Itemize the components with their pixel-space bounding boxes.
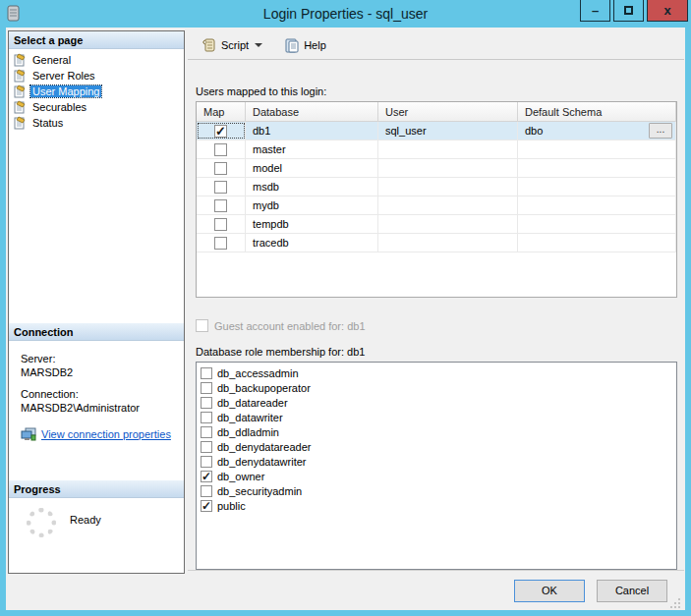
table-row-db1[interactable]: db1 sql_user dbo ... — [197, 122, 676, 140]
map-checkbox[interactable] — [214, 162, 227, 175]
default-schema-cell[interactable] — [518, 140, 676, 158]
role-checkbox[interactable] — [201, 485, 212, 497]
connection-properties-icon — [21, 427, 36, 441]
list-item-db-backupoperator[interactable]: db_backupoperator — [201, 380, 676, 395]
progress-header: Progress — [9, 480, 184, 498]
table-row-mydb[interactable]: mydb — [197, 196, 676, 215]
user-cell[interactable] — [378, 234, 518, 252]
role-checkbox[interactable] — [201, 426, 212, 438]
list-item-db-accessadmin[interactable]: db_accessadmin — [201, 365, 676, 380]
sidebar-item-server-roles[interactable]: Server Roles — [9, 68, 184, 84]
default-schema-cell[interactable] — [518, 234, 676, 252]
progress-spinner-icon — [27, 508, 56, 537]
sidebar-item-user-mapping[interactable]: User Mapping — [9, 84, 184, 99]
user-cell[interactable]: sql_user — [378, 122, 518, 140]
map-checkbox[interactable] — [214, 181, 227, 194]
role-name: db_owner — [217, 471, 264, 482]
default-schema-cell[interactable] — [518, 178, 676, 196]
map-checkbox[interactable] — [214, 218, 227, 231]
connection-label: Connection: — [21, 388, 184, 400]
list-item-db-owner[interactable]: db_owner — [201, 469, 676, 483]
maximize-button[interactable] — [613, 0, 644, 22]
column-header-default-schema[interactable]: Default Schema — [518, 102, 676, 121]
script-button[interactable]: Script — [196, 33, 268, 57]
connection-header: Connection — [9, 323, 184, 341]
role-checkbox[interactable] — [201, 382, 212, 394]
table-row-tempdb[interactable]: tempdb — [197, 215, 676, 234]
map-checkbox[interactable] — [214, 237, 227, 250]
role-checkbox[interactable] — [201, 441, 212, 453]
database-cell[interactable]: db1 — [246, 122, 378, 140]
default-schema-cell[interactable]: dbo ... — [518, 122, 676, 140]
column-header-database[interactable]: Database — [246, 102, 378, 121]
database-cell[interactable]: tempdb — [246, 215, 378, 233]
main-panel: Script Help Users mapped to this — [188, 30, 684, 571]
ok-button[interactable]: OK — [514, 580, 585, 602]
close-button[interactable]: x — [647, 0, 688, 22]
database-cell[interactable]: msdb — [246, 178, 378, 196]
database-cell[interactable]: mydb — [246, 196, 378, 214]
role-checkbox[interactable] — [201, 397, 212, 409]
role-name: db_datareader — [217, 397, 288, 409]
default-schema-cell[interactable] — [518, 159, 676, 177]
select-page-header: Select a page — [9, 31, 184, 49]
user-cell[interactable] — [378, 140, 518, 158]
role-name: db_backupoperator — [217, 382, 311, 394]
sidebar-item-securables[interactable]: Securables — [9, 99, 184, 115]
minimize-button[interactable]: – — [580, 0, 610, 22]
map-checkbox[interactable] — [214, 125, 227, 138]
list-item-db-datawriter[interactable]: db_datawriter — [201, 410, 676, 424]
role-name: db_denydatareader — [217, 441, 311, 453]
list-item-db-ddladmin[interactable]: db_ddladmin — [201, 424, 676, 439]
table-row-model[interactable]: model — [197, 159, 676, 178]
sidebar-item-label: Server Roles — [30, 70, 97, 82]
sidebar-item-status[interactable]: Status — [9, 115, 184, 131]
resize-grip[interactable] — [669, 597, 681, 609]
schema-value: dbo — [525, 125, 543, 137]
database-cell[interactable]: tracedb — [246, 234, 378, 252]
default-schema-cell[interactable] — [518, 215, 676, 233]
table-row-tracedb[interactable]: tracedb — [197, 234, 676, 252]
list-item-db-denydatawriter[interactable]: db_denydatawriter — [201, 454, 676, 469]
column-header-map[interactable]: Map — [197, 102, 246, 121]
sidebar-item-label: Securables — [30, 101, 88, 113]
database-cell[interactable]: master — [246, 140, 378, 158]
guest-account-row: Guest account enabled for: db1 — [196, 319, 677, 332]
user-cell[interactable] — [378, 215, 518, 233]
role-name: db_ddladmin — [217, 426, 279, 438]
table-row-master[interactable]: master — [197, 140, 676, 159]
list-item-db-securityadmin[interactable]: db_securityadmin — [201, 483, 676, 498]
list-item-db-datareader[interactable]: db_datareader — [201, 395, 676, 410]
sidebar-item-general[interactable]: General — [9, 52, 184, 68]
title-bar[interactable]: Login Properties - sql_user – x — [0, 0, 691, 28]
users-mapped-label: Users mapped to this login: — [196, 85, 677, 97]
role-checkbox[interactable] — [201, 456, 212, 468]
role-checkbox[interactable] — [201, 412, 212, 423]
column-header-user[interactable]: User — [378, 102, 518, 121]
table-row-msdb[interactable]: msdb — [197, 178, 676, 196]
role-checkbox[interactable] — [201, 500, 212, 512]
view-connection-properties-link[interactable]: View connection properties — [41, 428, 171, 440]
help-button-label: Help — [304, 39, 326, 51]
browse-schema-button[interactable]: ... — [649, 123, 672, 139]
role-checkbox[interactable] — [201, 471, 212, 482]
user-mapping-content: Users mapped to this login: Map Database… — [188, 60, 684, 570]
default-schema-cell[interactable] — [518, 196, 676, 214]
role-name: db_accessadmin — [217, 367, 299, 379]
user-cell[interactable] — [378, 178, 518, 196]
map-checkbox[interactable] — [214, 199, 227, 212]
database-roles-list: db_accessadmin db_backupoperator db_data… — [196, 362, 677, 570]
cancel-button[interactable]: Cancel — [597, 580, 667, 602]
user-cell[interactable] — [378, 196, 518, 214]
page-icon — [13, 100, 27, 114]
page-icon — [13, 116, 27, 130]
help-button[interactable]: Help — [278, 33, 332, 57]
list-item-public[interactable]: public — [201, 498, 676, 513]
role-checkbox[interactable] — [201, 367, 212, 379]
page-icon — [13, 84, 27, 98]
list-item-db-denydatareader[interactable]: db_denydatareader — [201, 439, 676, 454]
database-cell[interactable]: model — [246, 159, 378, 177]
user-cell[interactable] — [378, 159, 518, 177]
map-checkbox[interactable] — [214, 143, 227, 156]
connection-value: MARSDB2\Administrator — [21, 402, 184, 414]
